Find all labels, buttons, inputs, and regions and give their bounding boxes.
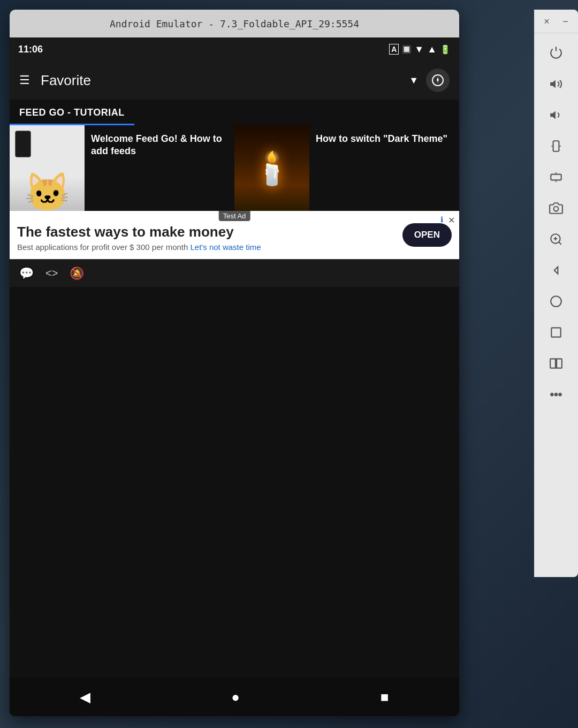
candle-icon: 🕯️ xyxy=(252,149,292,187)
code-icon[interactable]: <> xyxy=(45,267,58,279)
camera-icon[interactable] xyxy=(542,194,571,223)
emulator-sidebar: × − xyxy=(534,10,578,577)
ad-subtitle-highlight: Let's not waste time xyxy=(191,242,261,252)
ad-open-button[interactable]: OPEN xyxy=(402,223,452,247)
svg-rect-16 xyxy=(557,359,562,368)
svg-line-9 xyxy=(559,242,561,245)
card-2-title: How to switch "Dark Theme" xyxy=(316,133,447,145)
svg-point-19 xyxy=(551,393,553,396)
content-area: FEED GO - TUTORIAL 🐱 Welcome Feed Go! & … xyxy=(10,100,459,716)
svg-marker-4 xyxy=(550,111,556,119)
signal-icon: ▲ xyxy=(427,44,437,55)
home-nav-button[interactable]: ● xyxy=(231,689,240,706)
dropdown-arrow-icon[interactable]: ▼ xyxy=(409,75,419,86)
emulator-title: Android Emulator - 7.3_Foldable_API_29:5… xyxy=(110,18,359,29)
svg-marker-3 xyxy=(550,80,556,88)
tutorial-card-1[interactable]: 🐱 Welcome Feed Go! & How to add feeds xyxy=(10,125,234,211)
volume-down-icon[interactable] xyxy=(542,101,571,130)
section-header-text: FEED GO - TUTORIAL xyxy=(19,107,125,118)
volume-up-icon[interactable] xyxy=(542,70,571,98)
more-options-icon[interactable] xyxy=(542,380,571,409)
svg-point-21 xyxy=(559,393,561,396)
nav-bar: ◀ ● ■ xyxy=(10,678,459,716)
svg-point-13 xyxy=(551,296,561,307)
status-icons: A 🔲 ▼ ▲ 🔋 xyxy=(389,44,451,55)
ad-info-icon[interactable]: ℹ xyxy=(440,215,443,224)
content-toolbar: 💬 <> 🔕 xyxy=(10,259,459,287)
svg-point-7 xyxy=(554,207,559,211)
power-icon[interactable] xyxy=(542,39,571,67)
svg-rect-5 xyxy=(553,141,559,151)
card-1-thumbnail: 🐱 xyxy=(10,125,85,211)
section-header: FEED GO - TUTORIAL xyxy=(10,100,134,125)
ad-label: Test Ad xyxy=(219,211,250,221)
rotate-portrait-icon[interactable] xyxy=(542,132,571,161)
recents-nav-button[interactable]: ■ xyxy=(381,689,389,706)
ad-banner: Test Ad ℹ ✕ The fastest ways to make mon… xyxy=(10,211,459,259)
battery-icon: 🔋 xyxy=(440,44,451,55)
tutorial-card-2[interactable]: 🕯️ How to switch "Dark Theme" xyxy=(234,125,459,211)
tutorial-cards-row: 🐱 Welcome Feed Go! & How to add feeds 🕯️… xyxy=(10,125,459,211)
ad-subtitle-text: Best applications for profit over $ 300 … xyxy=(17,242,188,252)
sim-icon: 🔲 xyxy=(402,45,411,54)
a-icon: A xyxy=(389,44,399,55)
sidebar-close-button[interactable]: × xyxy=(544,16,550,27)
emulator-titlebar: Android Emulator - 7.3_Foldable_API_29:5… xyxy=(10,10,459,37)
home-circle-icon[interactable] xyxy=(542,287,571,316)
back-icon[interactable] xyxy=(542,256,571,285)
status-bar: 11:06 A 🔲 ▼ ▲ 🔋 xyxy=(10,37,459,61)
fold-icon[interactable] xyxy=(542,349,571,378)
wifi-icon: ▼ xyxy=(414,44,424,55)
black-content-area xyxy=(10,287,459,678)
app-bar-actions: ▼ xyxy=(409,69,450,92)
ad-subtitle: Best applications for profit over $ 300 … xyxy=(17,242,396,252)
app-bar: ☰ Favorite ▼ xyxy=(10,61,459,100)
zoom-in-icon[interactable] xyxy=(542,225,571,254)
sidebar-minimize-button[interactable]: − xyxy=(562,16,568,27)
svg-rect-15 xyxy=(550,359,556,368)
svg-point-20 xyxy=(555,393,557,396)
back-nav-button[interactable]: ◀ xyxy=(80,689,90,706)
card-2-info: How to switch "Dark Theme" xyxy=(309,125,459,211)
ad-content: The fastest ways to make money Best appl… xyxy=(17,218,396,252)
compass-button[interactable] xyxy=(426,69,450,92)
status-time: 11:06 xyxy=(18,44,43,55)
svg-rect-6 xyxy=(551,175,561,180)
comment-icon[interactable]: 💬 xyxy=(19,267,34,280)
bell-off-icon[interactable]: 🔕 xyxy=(70,267,84,280)
rotate-landscape-icon[interactable] xyxy=(542,163,571,192)
svg-marker-12 xyxy=(554,267,558,274)
ad-title: The fastest ways to make money xyxy=(17,224,396,240)
card-1-info: Welcome Feed Go! & How to add feeds xyxy=(85,125,234,211)
android-screen: 11:06 A 🔲 ▼ ▲ 🔋 ☰ Favorite ▼ xyxy=(10,37,459,716)
hamburger-menu-icon[interactable]: ☰ xyxy=(19,73,30,87)
emulator-window: Android Emulator - 7.3_Foldable_API_29:5… xyxy=(10,10,459,716)
cat-icon: 🐱 xyxy=(24,173,71,211)
phone-overlay xyxy=(15,131,31,157)
recents-square-icon[interactable] xyxy=(542,318,571,347)
sidebar-top-controls: × − xyxy=(534,16,578,33)
card-1-title: Welcome Feed Go! & How to add feeds xyxy=(91,133,228,158)
svg-rect-14 xyxy=(551,328,560,337)
ad-close-icon[interactable]: ✕ xyxy=(448,215,455,225)
app-title: Favorite xyxy=(41,72,398,89)
card-2-thumbnail: 🕯️ xyxy=(234,125,309,211)
section-header-wrapper: FEED GO - TUTORIAL xyxy=(10,100,459,125)
